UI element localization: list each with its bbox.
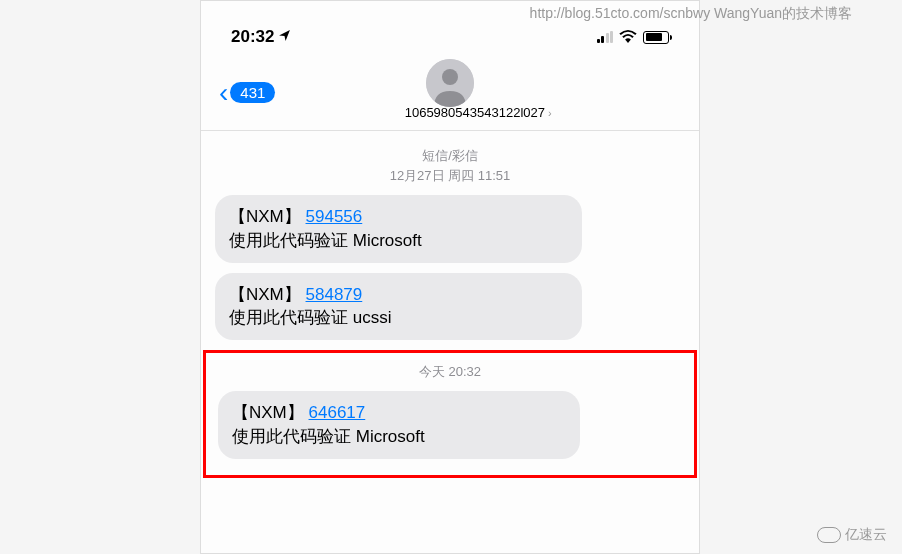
message-prefix: 【NXM】 bbox=[229, 285, 301, 304]
chevron-right-icon: › bbox=[548, 107, 552, 119]
wifi-icon bbox=[619, 29, 637, 46]
back-button[interactable]: ‹ 431 bbox=[219, 77, 275, 109]
message-body: 使用此代码验证 ucssi bbox=[229, 308, 391, 327]
status-icons bbox=[597, 29, 670, 46]
messages-list: 短信/彩信 12月27日 周四 11:51 【NXM】 594556 使用此代码… bbox=[201, 131, 699, 366]
status-time-group: 20:32 bbox=[231, 27, 291, 47]
date-label: 12月27日 周四 11:51 bbox=[215, 167, 685, 185]
blog-watermark: http://blog.51cto.com/scnbwy WangYuan的技术… bbox=[530, 5, 852, 23]
avatar-icon bbox=[426, 59, 474, 107]
phone-screen: 20:32 bbox=[200, 0, 700, 554]
message-type-label: 短信/彩信 bbox=[215, 147, 685, 165]
verification-code[interactable]: 584879 bbox=[306, 285, 363, 304]
cellular-icon bbox=[597, 31, 614, 43]
nav-header: ‹ 431 1065980543543122l027 › bbox=[201, 57, 699, 131]
contact-header[interactable] bbox=[426, 59, 474, 109]
today-label: 今天 20:32 bbox=[218, 363, 682, 381]
message-bubble[interactable]: 【NXM】 646617 使用此代码验证 Microsoft bbox=[218, 391, 580, 459]
verification-code[interactable]: 594556 bbox=[306, 207, 363, 226]
message-bubble[interactable]: 【NXM】 594556 使用此代码验证 Microsoft bbox=[215, 195, 582, 263]
unread-badge: 431 bbox=[230, 82, 275, 103]
message-prefix: 【NXM】 bbox=[232, 403, 304, 422]
clock-time: 20:32 bbox=[231, 27, 274, 47]
back-chevron-icon: ‹ bbox=[219, 77, 228, 109]
svg-point-1 bbox=[442, 69, 458, 85]
message-prefix: 【NXM】 bbox=[229, 207, 301, 226]
location-icon bbox=[278, 29, 291, 45]
cloud-icon bbox=[817, 527, 841, 543]
watermark-text: 亿速云 bbox=[845, 526, 887, 544]
message-body: 使用此代码验证 Microsoft bbox=[232, 427, 425, 446]
message-body: 使用此代码验证 Microsoft bbox=[229, 231, 422, 250]
contact-name-row[interactable]: 1065980543543122l027 › bbox=[275, 105, 681, 120]
message-bubble[interactable]: 【NXM】 584879 使用此代码验证 ucssi bbox=[215, 273, 582, 341]
verification-code[interactable]: 646617 bbox=[309, 403, 366, 422]
battery-icon bbox=[643, 31, 669, 44]
bottom-watermark: 亿速云 bbox=[817, 526, 887, 544]
highlight-annotation: 今天 20:32 【NXM】 646617 使用此代码验证 Microsoft bbox=[203, 350, 697, 478]
